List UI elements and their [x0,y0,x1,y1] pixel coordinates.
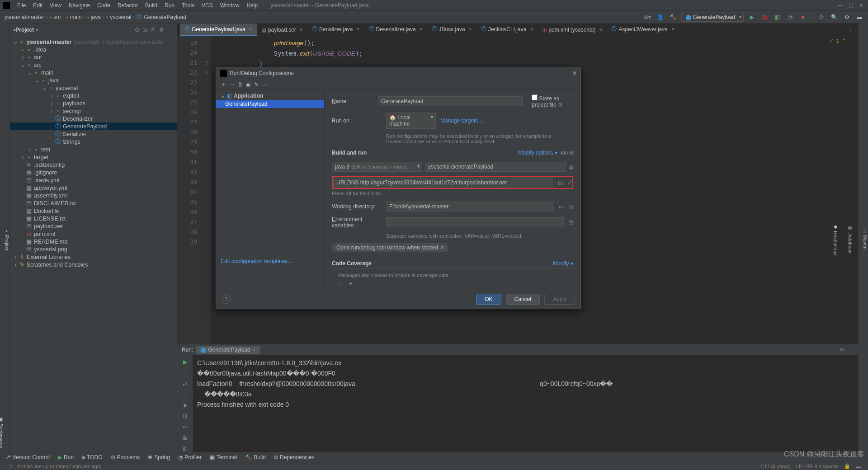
expand-args-icon[interactable]: ▤ [558,179,563,186]
app-node[interactable]: ⌄◧Application [216,92,324,100]
program-args-field[interactable] [333,178,553,188]
jdk-combo[interactable]: java 8 SDK of 'ysoserial' module [332,162,422,172]
stop-button[interactable]: ■ [799,13,807,21]
tab-payloadser[interactable]: ▤payload.ser× [257,25,307,36]
menu-file[interactable]: File [14,2,29,9]
close-icon[interactable]: × [249,26,252,33]
tree-root[interactable]: ⌄▪ysoserial-master [ysoserial] F:\code\y… [10,38,177,46]
tab-aspectjweaver[interactable]: ⒸAspectJWeaver.java× [607,24,679,36]
config-node-selected[interactable]: GeneratePayload [216,100,324,108]
run-config-selector[interactable]: ⬤ GeneratePayload [681,13,744,22]
tree-item[interactable]: mpom.xml [10,230,177,238]
tree-item[interactable]: ›▫exploit [10,92,177,99]
caret-position[interactable]: 7:17 (9 chars) [760,464,791,469]
profile-button[interactable]: ◔ [786,13,794,21]
tree-item[interactable]: ▤ysoserial.png [10,245,177,253]
ok-button[interactable]: OK [476,294,501,305]
menu-view[interactable]: View [46,2,65,9]
maximize-button[interactable]: ▢ [849,2,854,9]
menu-code[interactable]: Code [94,2,114,9]
coverage-remove-icon[interactable]: － [338,280,344,287]
tree-item[interactable]: ⒸDeserializer [10,115,177,122]
profiler-tool-button[interactable]: ◔ Profiler [178,454,202,461]
tree-item[interactable]: ▤README.md [10,238,177,245]
maven-tool-button[interactable]: m Maven [863,27,868,452]
wrap-icon[interactable]: ↩ [183,424,187,430]
dialog-close-icon[interactable]: ✕ [572,70,577,76]
tree-item[interactable]: ▤assembly.xml [10,192,177,199]
tree-item[interactable]: ›▫secmgr [10,107,177,115]
tree-item[interactable]: ⌄▪src [10,61,177,69]
todo-tool-button[interactable]: ≡ TODO [82,454,102,461]
save-icon[interactable]: ▣ [245,81,250,88]
apply-button[interactable]: Apply [544,294,575,305]
run-console[interactable]: C:\Users\91136\.jdks\corretto-1.8.0_332\… [193,355,858,452]
mem-indicator[interactable]: ▬ [856,464,861,469]
project-tool-button[interactable]: ▪ Project [4,228,9,250]
tree-item[interactable]: ⛭.editorconfig [10,161,177,169]
store-checkbox[interactable]: Store as project file ⚙ [532,94,573,108]
add-config-icon[interactable]: ⊕▾ [643,13,651,21]
tree-item[interactable]: ▤DISCLAIMER.txt [10,199,177,207]
tab-deserializer[interactable]: ⒸDeserializer.java× [364,24,427,36]
modify-options-link[interactable]: Modify options ▾ [518,150,557,156]
tree-item[interactable]: ▤.travis.yml [10,176,177,184]
env-edit-icon[interactable]: ▤ [568,219,573,226]
edit-templates-link[interactable]: Edit configuration templates… [216,254,297,269]
tree-item[interactable]: ▤payload.ser [10,222,177,230]
attach-icon[interactable]: ⇄ [183,381,187,387]
tree-item[interactable]: ›⫴External Libraries [10,253,177,261]
notifications-icon[interactable]: ▬ [855,13,863,21]
run-button[interactable]: ▶ [748,13,756,21]
tree-item-selected[interactable]: ⒸGeneratePayload [10,122,177,130]
menu-help[interactable]: Help [243,2,261,9]
vcs-tool-button[interactable]: ⎇ Version Control [5,454,50,461]
pane-settings-icon[interactable]: ⚙ [159,27,164,33]
status-hide-icon[interactable]: ▢ [7,463,12,469]
menu-tools[interactable]: Tools [178,2,198,9]
problems-tool-button[interactable]: ⊘ Problems [111,454,140,461]
edit-icon[interactable]: ✎ [254,81,259,88]
trash-icon[interactable]: 🗑 [182,446,188,452]
down-icon[interactable]: ↓ [184,391,186,398]
coverage-button[interactable]: ◧ [774,13,782,21]
vcs-update-icon[interactable]: ⟳ [817,13,826,21]
scroll-up-icon[interactable]: ↑ [184,370,186,376]
terminal-tool-button[interactable]: ▣ Terminal [210,454,237,461]
tree-item[interactable]: ›▪out [10,53,177,61]
menu-window[interactable]: Window [217,2,243,9]
manage-targets-link[interactable]: Manage targets… [440,118,483,124]
minimize-button[interactable]: — [838,2,843,9]
select-opened-icon[interactable]: ⊙ [135,27,139,33]
user-icon[interactable]: 👤 [656,13,664,21]
copy-icon[interactable]: ⎘ [239,81,242,88]
tree-item[interactable]: ▤appveyor.yml [10,184,177,192]
menu-edit[interactable]: Edit [29,2,46,9]
tab-serializer[interactable]: ⒸSerializer.java× [307,24,364,36]
browse-dir-icon[interactable]: ▭ [559,203,564,210]
expand-all-icon[interactable]: ⇲ [143,27,147,33]
tree-item[interactable]: ⒸStrings [10,138,177,146]
fullscreen-icon[interactable]: ⤢ [567,179,572,186]
tree-item[interactable]: ⒸSerializer [10,130,177,138]
hammer-icon[interactable]: 🔨 [669,13,677,21]
run-settings-icon[interactable]: ⚙ [840,347,844,353]
menu-build[interactable]: Build [142,2,161,9]
close-icon[interactable]: × [252,347,255,353]
remove-icon[interactable]: － [230,80,235,88]
collapse-all-icon[interactable]: ⇱ [151,27,156,33]
coverage-add-icon[interactable]: ＋ [348,280,354,287]
tab-jboss[interactable]: ⒸJBoss.java× [427,24,476,36]
tree-item[interactable]: ›▫payloads [10,99,177,107]
tab-jenkinscli[interactable]: ⒸJenkinsCLI.java× [476,24,538,36]
menu-navigate[interactable]: Navigate [65,2,94,9]
tree-item[interactable]: ⌄▫ysoserial [10,84,177,92]
filter-icon[interactable]: ⊡ [183,413,187,419]
gear-icon[interactable]: ⚙ [843,13,851,21]
tree-item[interactable]: ›▪test [10,146,177,153]
help-button[interactable]: ? [222,295,231,304]
menu-refactor[interactable]: Refactor [114,2,142,9]
run-tool-button[interactable]: ▶ Run [58,454,74,461]
tab-pom[interactable]: mpom.xml (ysoserial)× [538,25,607,36]
hide-pane-icon[interactable]: — [168,27,173,33]
